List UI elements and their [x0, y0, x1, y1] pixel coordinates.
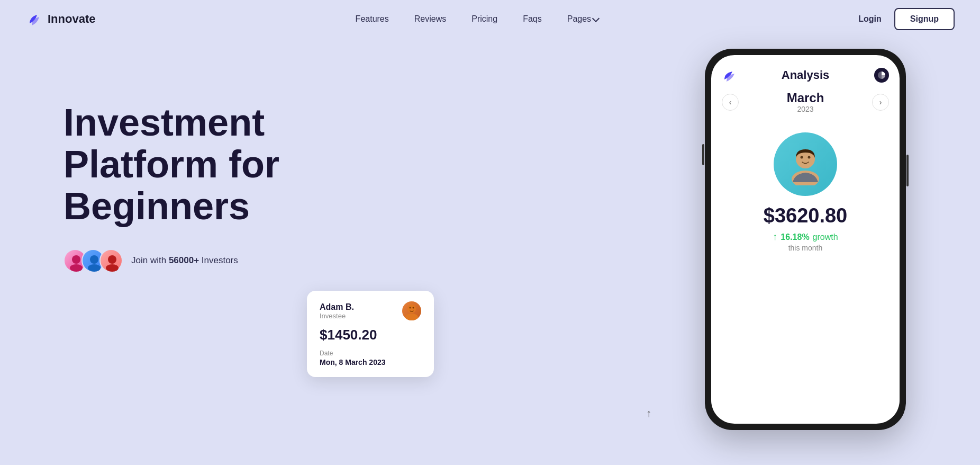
logo-icon — [25, 11, 42, 28]
chart-icon — [874, 68, 889, 83]
card-user-name: Adam B. — [320, 302, 354, 312]
nav-link-faqs[interactable]: Faqs — [523, 14, 542, 23]
phone-screen-title: Analysis — [782, 68, 830, 82]
growth-label: growth — [813, 232, 838, 242]
phone-power-button — [906, 155, 909, 186]
phone-amount: $3620.80 — [764, 204, 848, 227]
svg-point-13 — [413, 307, 414, 309]
growth-subtext: this month — [788, 244, 823, 252]
svg-point-12 — [410, 307, 411, 309]
brand-name: Innovate — [48, 12, 95, 26]
nav-link-pages[interactable]: Pages — [567, 14, 598, 24]
phone-month-nav: ‹ March 2023 › — [722, 91, 889, 113]
avatar-3 — [99, 249, 123, 272]
nav-link-pricing[interactable]: Pricing — [471, 14, 497, 23]
svg-point-3 — [88, 264, 101, 272]
logo[interactable]: Innovate — [25, 11, 95, 28]
phone-screen: Analysis ‹ — [711, 55, 900, 424]
signup-button[interactable]: Signup — [894, 8, 955, 30]
phone-area: Analysis ‹ — [360, 59, 938, 430]
svg-point-1 — [70, 264, 83, 272]
month-name: March — [787, 91, 824, 105]
nav-links: Features Reviews Pricing Faqs Pages — [356, 14, 598, 24]
phone-month-display: March 2023 — [787, 91, 824, 113]
svg-point-9 — [808, 156, 811, 159]
chevron-down-icon — [592, 14, 600, 22]
phone-mockup: Analysis ‹ — [705, 49, 906, 430]
hero-subtitle: Join with 56000+ Investors — [63, 249, 360, 272]
nav-link-reviews[interactable]: Reviews — [414, 14, 446, 23]
card-amount: $1450.20 — [320, 327, 421, 343]
svg-point-8 — [801, 156, 803, 159]
card-user-role: Investee — [320, 312, 354, 320]
card-user-info: Adam B. Investee — [320, 302, 354, 320]
growth-arrow-icon: ↑ — [773, 231, 777, 243]
card-avatar — [402, 301, 421, 320]
nav-item-faqs[interactable]: Faqs — [523, 14, 542, 24]
svg-point-2 — [90, 255, 98, 264]
avatar-stack — [63, 249, 123, 272]
year-display: 2023 — [787, 105, 824, 113]
floating-investor-card: Adam B. Investee $1450.20 Date Mon, 8 Ma… — [307, 291, 434, 377]
navbar: Innovate Features Reviews Pricing Faqs P… — [0, 0, 980, 38]
nav-item-pages[interactable]: Pages — [567, 14, 598, 24]
nav-item-features[interactable]: Features — [356, 14, 389, 24]
svg-point-0 — [72, 255, 80, 264]
user-profile-avatar — [774, 132, 837, 196]
svg-point-11 — [405, 314, 418, 320]
phone-inner: Analysis ‹ — [711, 55, 900, 424]
prev-month-button[interactable]: ‹ — [722, 94, 739, 111]
hero-title: Investment Platform for Beginners — [63, 102, 360, 228]
investor-text: Join with 56000+ Investors — [131, 255, 238, 266]
phone-volume-button — [702, 144, 704, 165]
nav-link-features[interactable]: Features — [356, 14, 389, 23]
investor-count: 56000+ — [169, 255, 199, 265]
nav-item-reviews[interactable]: Reviews — [414, 14, 446, 24]
phone-growth: ↑ 16.18% growth this month — [773, 231, 838, 252]
next-month-button[interactable]: › — [872, 94, 889, 111]
card-date-label: Date — [320, 350, 421, 357]
phone-logo-icon — [722, 68, 737, 83]
growth-percentage: 16.18% — [781, 232, 809, 242]
card-date-value: Mon, 8 March 2023 — [320, 358, 421, 366]
svg-point-4 — [108, 255, 116, 264]
nav-actions: Login Signup — [858, 8, 955, 30]
hero-text: Investment Platform for Beginners — [63, 59, 360, 272]
phone-screen-header: Analysis — [722, 68, 889, 83]
growth-row: ↑ 16.18% growth — [773, 231, 838, 243]
scroll-up-icon[interactable]: ↑ — [646, 407, 651, 419]
login-button[interactable]: Login — [858, 14, 882, 24]
svg-point-5 — [106, 264, 119, 272]
hero-section: Investment Platform for Beginners — [0, 38, 980, 465]
nav-item-pricing[interactable]: Pricing — [471, 14, 497, 24]
card-header: Adam B. Investee — [320, 301, 421, 320]
